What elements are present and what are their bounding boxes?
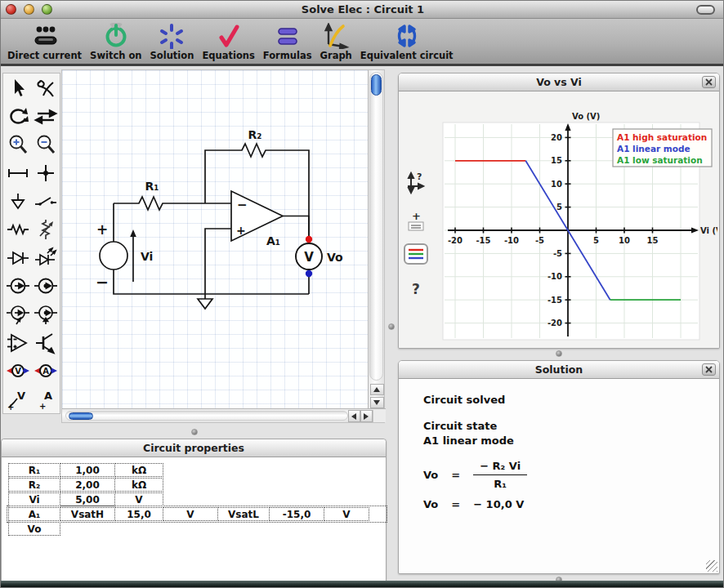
formulas-icon — [274, 23, 302, 49]
tool-rheostat[interactable] — [32, 216, 60, 244]
svg-text:-10: -10 — [547, 272, 562, 281]
scroll-down-button[interactable] — [370, 397, 384, 408]
axis-settings-button[interactable]: ? — [404, 172, 428, 194]
horizontal-scroll-thumb[interactable] — [69, 412, 93, 420]
solution-icon — [158, 23, 185, 49]
tool-controlled-voltage-source[interactable] — [4, 301, 32, 329]
property-value-cell[interactable]: 1,00 — [60, 463, 115, 477]
graph-icon — [322, 23, 350, 49]
toolbar-toggle-button[interactable] — [696, 5, 715, 15]
tool-transistor[interactable] — [32, 328, 60, 357]
solution-button[interactable]: Solution — [149, 22, 196, 62]
svg-text:-5: -5 — [535, 236, 544, 245]
graph-button[interactable]: Graph — [319, 22, 354, 62]
scroll-left-button[interactable] — [348, 410, 360, 422]
switch-on-icon — [102, 23, 130, 49]
tool-zoom-in[interactable] — [4, 131, 32, 159]
equation-lhs: Vo — [423, 469, 438, 481]
property-value-cell[interactable]: V — [114, 492, 163, 506]
add-curve-button[interactable]: + — [404, 211, 428, 234]
equation-fraction: − R₂ Vi R₁ — [473, 460, 527, 490]
vo-vs-vi-chart: Vo (V)Vi (V)-20-15-10-5510152015105-5-10… — [428, 93, 717, 346]
property-value-cell[interactable]: V — [163, 507, 218, 521]
solution-status: Circuit solved — [423, 394, 719, 406]
svg-text:A1 high saturation: A1 high saturation — [617, 132, 707, 142]
property-label-cell: A₁ — [8, 507, 60, 521]
property-row: R₁1,00kΩ — [8, 463, 386, 477]
tool-led[interactable] — [32, 244, 60, 273]
property-value-cell[interactable]: kΩ — [114, 478, 163, 492]
tool-zoom-out[interactable] — [32, 131, 60, 159]
property-value-cell[interactable]: kΩ — [114, 463, 163, 477]
divider-handle[interactable] — [191, 429, 198, 435]
close-icon — [705, 78, 713, 86]
title-bar: Solve Elec : Circuit 1 — [1, 1, 724, 19]
tool-cut[interactable] — [32, 74, 60, 103]
scroll-right-button[interactable] — [360, 410, 373, 422]
property-value-cell[interactable]: -15,0 — [269, 507, 324, 521]
tool-op-amp[interactable] — [4, 328, 32, 357]
switch-on-button[interactable]: Switch on — [88, 22, 143, 62]
tool-switch[interactable] — [32, 187, 60, 216]
legend-toggle-button[interactable] — [404, 243, 428, 265]
main-toolbar: Direct current Switch on — [1, 19, 724, 66]
property-value-cell[interactable]: VsatL — [217, 507, 270, 521]
tool-voltage-probe[interactable]: V+ — [4, 385, 32, 414]
tool-current-source[interactable] — [32, 272, 60, 301]
property-value-cell[interactable]: 5,00 — [60, 492, 115, 506]
svg-text:Vi (V): Vi (V) — [700, 226, 717, 235]
divider-handle[interactable] — [388, 323, 395, 330]
svg-text:V: V — [15, 367, 21, 376]
graph-help-button[interactable]: ? — [404, 281, 428, 297]
graph-panel-close-button[interactable] — [702, 76, 716, 88]
property-value-cell[interactable]: 15,0 — [114, 507, 163, 521]
canvas-horizontal-scrollbar[interactable] — [62, 408, 386, 422]
property-value-cell[interactable]: VsatH — [60, 507, 115, 521]
tool-ground[interactable] — [4, 187, 32, 216]
tool-diode[interactable] — [4, 244, 32, 273]
property-value-cell[interactable]: 2,00 — [60, 478, 115, 492]
equations-button[interactable]: Equations — [200, 22, 256, 62]
result-lhs: Vo — [423, 498, 438, 510]
tool-rotate[interactable] — [4, 103, 32, 131]
vertical-scroll-thumb[interactable] — [371, 74, 382, 96]
circuit-canvas-wrap: R₁ R₂ Vi Vo A₁ V + − − + — [61, 69, 385, 423]
graph-panel-header[interactable]: Vo vs Vi — [399, 74, 719, 91]
svg-text:+: + — [39, 402, 46, 411]
tool-ammeter[interactable]: A — [32, 357, 60, 385]
panel-resize-grip[interactable] — [706, 560, 717, 572]
formulas-button[interactable]: Formulas — [261, 22, 314, 62]
svg-text:A1 linear mode: A1 linear mode — [617, 144, 690, 154]
content-area: V A V+ A+ — [1, 69, 724, 582]
tool-voltmeter[interactable]: V — [4, 357, 32, 385]
tool-flip-horizontal[interactable] — [32, 103, 60, 131]
tool-voltage-source[interactable] — [4, 272, 32, 301]
solution-panel-close-button[interactable] — [702, 363, 716, 376]
tool-resistor[interactable] — [4, 216, 32, 244]
equivalent-circuit-button[interactable]: Equivalent circuit — [359, 22, 455, 62]
circuit-canvas[interactable]: R₁ R₂ Vi Vo A₁ V + − − + — [62, 70, 369, 410]
properties-panel-header[interactable]: Circuit properties — [2, 439, 386, 457]
scroll-up-button[interactable] — [370, 384, 384, 395]
circuit-state-value: A1 linear mode — [423, 434, 719, 447]
tool-wire[interactable] — [4, 159, 32, 188]
property-label-cell: R₂ — [8, 478, 60, 492]
canvas-vertical-scrollbar[interactable] — [368, 70, 384, 410]
direct-current-button[interactable]: Direct current — [6, 22, 83, 62]
graph-panel-title: Vo vs Vi — [399, 76, 719, 88]
tool-controlled-current-source[interactable] — [32, 301, 60, 329]
tool-select[interactable] — [4, 74, 32, 103]
output-node-positive[interactable] — [306, 236, 312, 243]
app-window: Solve Elec : Circuit 1 Direct current — [0, 0, 724, 588]
svg-text:-10: -10 — [504, 236, 519, 245]
tool-current-probe[interactable]: A+ — [32, 385, 60, 414]
property-value-cell[interactable]: V — [324, 507, 369, 521]
toolbar-item-label: Formulas — [263, 50, 312, 61]
property-row: A₁VsatH15,0VVsatL-15,0V — [8, 507, 386, 521]
output-node-negative[interactable] — [306, 270, 312, 277]
solution-equation: Vo = − R₂ Vi R₁ — [423, 460, 719, 490]
solution-panel-header[interactable]: Solution — [399, 361, 719, 379]
tool-node[interactable] — [32, 159, 60, 188]
close-icon — [705, 366, 713, 373]
divider-handle[interactable] — [556, 350, 562, 357]
